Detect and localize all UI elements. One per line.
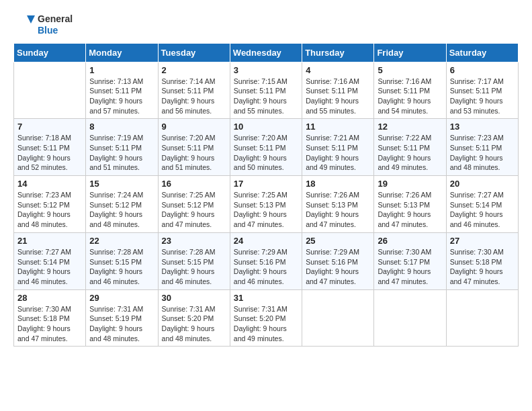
day-info: Sunrise: 7:22 AM Sunset: 5:11 PM Dayligh… xyxy=(378,133,442,173)
day-header: Saturday xyxy=(446,43,518,62)
day-number: 12 xyxy=(378,122,442,132)
day-info: Sunrise: 7:20 AM Sunset: 5:11 PM Dayligh… xyxy=(162,133,226,173)
day-info: Sunrise: 7:15 AM Sunset: 5:11 PM Dayligh… xyxy=(234,77,298,116)
calendar-week-row: 14Sunrise: 7:23 AM Sunset: 5:12 PM Dayli… xyxy=(14,176,519,233)
calendar-cell xyxy=(446,289,518,347)
day-number: 8 xyxy=(89,122,154,132)
calendar-cell: 12Sunrise: 7:22 AM Sunset: 5:11 PM Dayli… xyxy=(374,119,446,176)
day-number: 19 xyxy=(378,179,442,189)
day-info: Sunrise: 7:31 AM Sunset: 5:19 PM Dayligh… xyxy=(89,304,154,344)
calendar-cell: 20Sunrise: 7:27 AM Sunset: 5:14 PM Dayli… xyxy=(446,176,518,233)
calendar-week-row: 1Sunrise: 7:13 AM Sunset: 5:11 PM Daylig… xyxy=(14,62,519,119)
day-info: Sunrise: 7:30 AM Sunset: 5:18 PM Dayligh… xyxy=(17,304,82,344)
day-header: Wednesday xyxy=(230,43,302,62)
day-info: Sunrise: 7:28 AM Sunset: 5:15 PM Dayligh… xyxy=(162,247,226,287)
day-number: 9 xyxy=(162,122,226,132)
calendar-cell: 26Sunrise: 7:30 AM Sunset: 5:17 PM Dayli… xyxy=(374,232,446,289)
logo-icon xyxy=(13,14,35,36)
calendar-table: SundayMondayTuesdayWednesdayThursdayFrid… xyxy=(13,43,519,347)
calendar-cell: 7Sunrise: 7:18 AM Sunset: 5:11 PM Daylig… xyxy=(14,119,86,176)
calendar-cell: 19Sunrise: 7:26 AM Sunset: 5:13 PM Dayli… xyxy=(374,176,446,233)
day-info: Sunrise: 7:18 AM Sunset: 5:11 PM Dayligh… xyxy=(17,133,82,173)
day-info: Sunrise: 7:27 AM Sunset: 5:14 PM Dayligh… xyxy=(17,247,82,287)
day-number: 31 xyxy=(234,293,298,303)
calendar-cell: 11Sunrise: 7:21 AM Sunset: 5:11 PM Dayli… xyxy=(302,119,374,176)
day-header: Friday xyxy=(374,43,446,62)
day-number: 21 xyxy=(17,236,82,246)
day-number: 14 xyxy=(17,179,82,189)
day-number: 18 xyxy=(306,179,370,189)
day-info: Sunrise: 7:13 AM Sunset: 5:11 PM Dayligh… xyxy=(89,77,154,116)
day-info: Sunrise: 7:23 AM Sunset: 5:11 PM Dayligh… xyxy=(450,133,515,173)
logo: General Blue xyxy=(13,13,73,36)
day-info: Sunrise: 7:26 AM Sunset: 5:13 PM Dayligh… xyxy=(378,190,442,230)
day-info: Sunrise: 7:29 AM Sunset: 5:16 PM Dayligh… xyxy=(306,247,370,287)
calendar-cell: 21Sunrise: 7:27 AM Sunset: 5:14 PM Dayli… xyxy=(14,232,86,289)
day-info: Sunrise: 7:31 AM Sunset: 5:20 PM Dayligh… xyxy=(234,304,298,344)
calendar-week-row: 28Sunrise: 7:30 AM Sunset: 5:18 PM Dayli… xyxy=(14,289,519,347)
day-number: 1 xyxy=(89,65,154,75)
calendar-cell: 2Sunrise: 7:14 AM Sunset: 5:11 PM Daylig… xyxy=(158,62,230,119)
day-info: Sunrise: 7:25 AM Sunset: 5:12 PM Dayligh… xyxy=(162,190,226,230)
day-number: 16 xyxy=(162,179,226,189)
day-number: 26 xyxy=(378,236,442,246)
calendar-cell: 24Sunrise: 7:29 AM Sunset: 5:16 PM Dayli… xyxy=(230,232,302,289)
day-number: 7 xyxy=(17,122,82,132)
calendar-cell: 9Sunrise: 7:20 AM Sunset: 5:11 PM Daylig… xyxy=(158,119,230,176)
svg-marker-1 xyxy=(27,15,35,24)
day-info: Sunrise: 7:16 AM Sunset: 5:11 PM Dayligh… xyxy=(306,77,370,116)
day-info: Sunrise: 7:30 AM Sunset: 5:17 PM Dayligh… xyxy=(378,247,442,287)
day-number: 2 xyxy=(162,65,226,75)
calendar-cell: 27Sunrise: 7:30 AM Sunset: 5:18 PM Dayli… xyxy=(446,232,518,289)
calendar-cell: 15Sunrise: 7:24 AM Sunset: 5:12 PM Dayli… xyxy=(86,176,158,233)
calendar-cell: 3Sunrise: 7:15 AM Sunset: 5:11 PM Daylig… xyxy=(230,62,302,119)
day-header: Sunday xyxy=(14,43,86,62)
day-number: 22 xyxy=(89,236,154,246)
calendar-week-row: 21Sunrise: 7:27 AM Sunset: 5:14 PM Dayli… xyxy=(14,232,519,289)
day-header: Monday xyxy=(86,43,158,62)
day-number: 20 xyxy=(450,179,515,189)
day-number: 24 xyxy=(234,236,298,246)
day-info: Sunrise: 7:26 AM Sunset: 5:13 PM Dayligh… xyxy=(306,190,370,230)
day-number: 30 xyxy=(162,293,226,303)
day-info: Sunrise: 7:29 AM Sunset: 5:16 PM Dayligh… xyxy=(234,247,298,287)
day-info: Sunrise: 7:28 AM Sunset: 5:15 PM Dayligh… xyxy=(89,247,154,287)
day-info: Sunrise: 7:19 AM Sunset: 5:11 PM Dayligh… xyxy=(89,133,154,173)
day-number: 29 xyxy=(89,293,154,303)
logo-text: General Blue xyxy=(38,13,73,36)
calendar-cell: 6Sunrise: 7:17 AM Sunset: 5:11 PM Daylig… xyxy=(446,62,518,119)
calendar-cell: 5Sunrise: 7:16 AM Sunset: 5:11 PM Daylig… xyxy=(374,62,446,119)
day-info: Sunrise: 7:31 AM Sunset: 5:20 PM Dayligh… xyxy=(162,304,226,344)
day-number: 11 xyxy=(306,122,370,132)
calendar-cell: 25Sunrise: 7:29 AM Sunset: 5:16 PM Dayli… xyxy=(302,232,374,289)
day-info: Sunrise: 7:14 AM Sunset: 5:11 PM Dayligh… xyxy=(162,77,226,116)
day-number: 13 xyxy=(450,122,515,132)
calendar-cell: 22Sunrise: 7:28 AM Sunset: 5:15 PM Dayli… xyxy=(86,232,158,289)
day-info: Sunrise: 7:24 AM Sunset: 5:12 PM Dayligh… xyxy=(89,190,154,230)
day-number: 23 xyxy=(162,236,226,246)
day-number: 25 xyxy=(306,236,370,246)
calendar-cell: 29Sunrise: 7:31 AM Sunset: 5:19 PM Dayli… xyxy=(86,289,158,347)
calendar-cell: 17Sunrise: 7:25 AM Sunset: 5:13 PM Dayli… xyxy=(230,176,302,233)
day-info: Sunrise: 7:20 AM Sunset: 5:11 PM Dayligh… xyxy=(234,133,298,173)
calendar-cell: 30Sunrise: 7:31 AM Sunset: 5:20 PM Dayli… xyxy=(158,289,230,347)
day-number: 10 xyxy=(234,122,298,132)
day-number: 4 xyxy=(306,65,370,75)
logo-container: General Blue xyxy=(13,13,73,36)
calendar-cell: 4Sunrise: 7:16 AM Sunset: 5:11 PM Daylig… xyxy=(302,62,374,119)
calendar-cell: 8Sunrise: 7:19 AM Sunset: 5:11 PM Daylig… xyxy=(86,119,158,176)
calendar-cell: 31Sunrise: 7:31 AM Sunset: 5:20 PM Dayli… xyxy=(230,289,302,347)
day-header: Thursday xyxy=(302,43,374,62)
calendar-cell: 10Sunrise: 7:20 AM Sunset: 5:11 PM Dayli… xyxy=(230,119,302,176)
calendar-cell: 23Sunrise: 7:28 AM Sunset: 5:15 PM Dayli… xyxy=(158,232,230,289)
day-info: Sunrise: 7:21 AM Sunset: 5:11 PM Dayligh… xyxy=(306,133,370,173)
day-info: Sunrise: 7:27 AM Sunset: 5:14 PM Dayligh… xyxy=(450,190,515,230)
day-number: 6 xyxy=(450,65,515,75)
day-number: 27 xyxy=(450,236,515,246)
day-info: Sunrise: 7:30 AM Sunset: 5:18 PM Dayligh… xyxy=(450,247,515,287)
day-number: 28 xyxy=(17,293,82,303)
calendar-cell: 13Sunrise: 7:23 AM Sunset: 5:11 PM Dayli… xyxy=(446,119,518,176)
calendar-cell xyxy=(302,289,374,347)
calendar-cell: 18Sunrise: 7:26 AM Sunset: 5:13 PM Dayli… xyxy=(302,176,374,233)
day-info: Sunrise: 7:16 AM Sunset: 5:11 PM Dayligh… xyxy=(378,77,442,116)
